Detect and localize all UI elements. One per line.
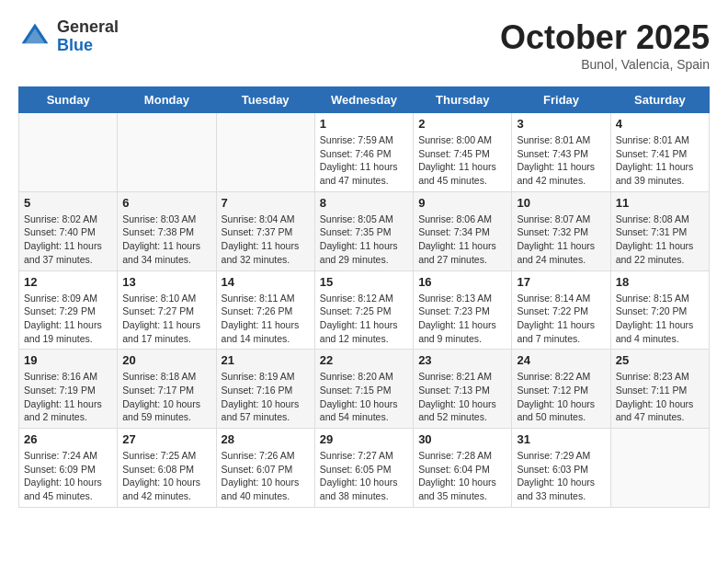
calendar-week-row: 1Sunrise: 7:59 AM Sunset: 7:46 PM Daylig… xyxy=(19,113,710,192)
day-info: Sunrise: 8:13 AM Sunset: 7:23 PM Dayligh… xyxy=(418,292,506,346)
calendar-day-cell: 21Sunrise: 8:19 AM Sunset: 7:16 PM Dayli… xyxy=(216,350,314,429)
calendar-day-cell: 5Sunrise: 8:02 AM Sunset: 7:40 PM Daylig… xyxy=(19,191,118,270)
calendar-day-cell: 7Sunrise: 8:04 AM Sunset: 7:37 PM Daylig… xyxy=(216,191,314,270)
calendar-day-cell: 26Sunrise: 7:24 AM Sunset: 6:09 PM Dayli… xyxy=(19,429,118,508)
day-number: 3 xyxy=(517,117,605,131)
day-number: 5 xyxy=(24,196,112,210)
calendar-day-cell: 29Sunrise: 7:27 AM Sunset: 6:05 PM Dayli… xyxy=(314,429,413,508)
day-info: Sunrise: 8:15 AM Sunset: 7:20 PM Dayligh… xyxy=(616,292,704,346)
day-number: 28 xyxy=(222,432,310,446)
day-number: 6 xyxy=(122,196,210,210)
calendar-day-cell: 19Sunrise: 8:16 AM Sunset: 7:19 PM Dayli… xyxy=(19,350,118,429)
weekday-header-thursday: Thursday xyxy=(414,87,512,113)
calendar-week-row: 5Sunrise: 8:02 AM Sunset: 7:40 PM Daylig… xyxy=(19,191,710,270)
calendar-week-row: 12Sunrise: 8:09 AM Sunset: 7:29 PM Dayli… xyxy=(19,270,710,350)
calendar-day-cell: 25Sunrise: 8:23 AM Sunset: 7:11 PM Dayli… xyxy=(610,350,709,429)
calendar-table: SundayMondayTuesdayWednesdayThursdayFrid… xyxy=(18,86,710,508)
day-number: 9 xyxy=(418,196,506,210)
day-info: Sunrise: 8:03 AM Sunset: 7:38 PM Dayligh… xyxy=(122,213,210,267)
day-info: Sunrise: 7:24 AM Sunset: 6:09 PM Dayligh… xyxy=(24,449,112,503)
day-info: Sunrise: 8:19 AM Sunset: 7:16 PM Dayligh… xyxy=(222,370,310,424)
calendar-day-cell xyxy=(19,113,118,192)
calendar-day-cell: 11Sunrise: 8:08 AM Sunset: 7:31 PM Dayli… xyxy=(610,191,709,270)
day-info: Sunrise: 7:28 AM Sunset: 6:04 PM Dayligh… xyxy=(418,449,506,503)
day-number: 31 xyxy=(517,432,605,446)
day-info: Sunrise: 8:10 AM Sunset: 7:27 PM Dayligh… xyxy=(122,292,210,346)
calendar-day-cell: 12Sunrise: 8:09 AM Sunset: 7:29 PM Dayli… xyxy=(19,270,118,350)
day-number: 13 xyxy=(122,275,210,289)
day-number: 22 xyxy=(320,353,408,367)
weekday-header-wednesday: Wednesday xyxy=(314,87,413,113)
logo-icon xyxy=(18,20,51,53)
day-number: 7 xyxy=(222,196,310,210)
logo: General Blue xyxy=(18,18,119,55)
day-number: 17 xyxy=(517,275,605,289)
day-number: 24 xyxy=(517,353,605,367)
weekday-header-tuesday: Tuesday xyxy=(216,87,314,113)
day-number: 2 xyxy=(418,117,506,131)
calendar-day-cell: 24Sunrise: 8:22 AM Sunset: 7:12 PM Dayli… xyxy=(512,350,610,429)
calendar-day-cell: 27Sunrise: 7:25 AM Sunset: 6:08 PM Dayli… xyxy=(118,429,216,508)
day-info: Sunrise: 8:07 AM Sunset: 7:32 PM Dayligh… xyxy=(517,213,605,267)
logo-general-text: General xyxy=(57,18,119,37)
calendar-day-cell: 30Sunrise: 7:28 AM Sunset: 6:04 PM Dayli… xyxy=(414,429,512,508)
day-number: 19 xyxy=(24,353,112,367)
day-info: Sunrise: 8:12 AM Sunset: 7:25 PM Dayligh… xyxy=(320,292,408,346)
calendar-day-cell: 23Sunrise: 8:21 AM Sunset: 7:13 PM Dayli… xyxy=(414,350,512,429)
day-number: 12 xyxy=(24,275,112,289)
page-header: General Blue October 2025 Bunol, Valenci… xyxy=(18,18,710,72)
day-info: Sunrise: 8:23 AM Sunset: 7:11 PM Dayligh… xyxy=(616,370,704,424)
day-info: Sunrise: 8:11 AM Sunset: 7:26 PM Dayligh… xyxy=(222,292,310,346)
day-info: Sunrise: 8:20 AM Sunset: 7:15 PM Dayligh… xyxy=(320,370,408,424)
calendar-day-cell: 10Sunrise: 8:07 AM Sunset: 7:32 PM Dayli… xyxy=(512,191,610,270)
calendar-day-cell: 22Sunrise: 8:20 AM Sunset: 7:15 PM Dayli… xyxy=(314,350,413,429)
day-number: 30 xyxy=(418,432,506,446)
calendar-day-cell: 2Sunrise: 8:00 AM Sunset: 7:45 PM Daylig… xyxy=(414,113,512,192)
logo-text: General Blue xyxy=(57,18,119,55)
weekday-header-row: SundayMondayTuesdayWednesdayThursdayFrid… xyxy=(19,87,710,113)
day-number: 29 xyxy=(320,432,408,446)
calendar-day-cell: 28Sunrise: 7:26 AM Sunset: 6:07 PM Dayli… xyxy=(216,429,314,508)
day-info: Sunrise: 8:06 AM Sunset: 7:34 PM Dayligh… xyxy=(418,213,506,267)
day-info: Sunrise: 8:16 AM Sunset: 7:19 PM Dayligh… xyxy=(24,370,112,424)
day-number: 18 xyxy=(616,275,704,289)
calendar-day-cell xyxy=(610,429,709,508)
day-number: 14 xyxy=(222,275,310,289)
weekday-header-saturday: Saturday xyxy=(610,87,709,113)
day-info: Sunrise: 8:05 AM Sunset: 7:35 PM Dayligh… xyxy=(320,213,408,267)
weekday-header-friday: Friday xyxy=(512,87,610,113)
calendar-day-cell: 20Sunrise: 8:18 AM Sunset: 7:17 PM Dayli… xyxy=(118,350,216,429)
day-info: Sunrise: 7:25 AM Sunset: 6:08 PM Dayligh… xyxy=(122,449,210,503)
day-info: Sunrise: 7:27 AM Sunset: 6:05 PM Dayligh… xyxy=(320,449,408,503)
calendar-day-cell: 17Sunrise: 8:14 AM Sunset: 7:22 PM Dayli… xyxy=(512,270,610,350)
weekday-header-sunday: Sunday xyxy=(19,87,118,113)
day-info: Sunrise: 8:09 AM Sunset: 7:29 PM Dayligh… xyxy=(24,292,112,346)
day-info: Sunrise: 7:26 AM Sunset: 6:07 PM Dayligh… xyxy=(222,449,310,503)
location-subtitle: Bunol, Valencia, Spain xyxy=(500,57,710,72)
day-number: 16 xyxy=(418,275,506,289)
calendar-day-cell: 16Sunrise: 8:13 AM Sunset: 7:23 PM Dayli… xyxy=(414,270,512,350)
calendar-day-cell xyxy=(216,113,314,192)
day-info: Sunrise: 8:14 AM Sunset: 7:22 PM Dayligh… xyxy=(517,292,605,346)
calendar-day-cell: 15Sunrise: 8:12 AM Sunset: 7:25 PM Dayli… xyxy=(314,270,413,350)
weekday-header-monday: Monday xyxy=(118,87,216,113)
day-info: Sunrise: 8:21 AM Sunset: 7:13 PM Dayligh… xyxy=(418,370,506,424)
calendar-week-row: 26Sunrise: 7:24 AM Sunset: 6:09 PM Dayli… xyxy=(19,429,710,508)
calendar-day-cell: 1Sunrise: 7:59 AM Sunset: 7:46 PM Daylig… xyxy=(314,113,413,192)
calendar-day-cell: 4Sunrise: 8:01 AM Sunset: 7:41 PM Daylig… xyxy=(610,113,709,192)
day-number: 25 xyxy=(616,353,704,367)
calendar-day-cell: 3Sunrise: 8:01 AM Sunset: 7:43 PM Daylig… xyxy=(512,113,610,192)
calendar-day-cell: 8Sunrise: 8:05 AM Sunset: 7:35 PM Daylig… xyxy=(314,191,413,270)
month-title: October 2025 xyxy=(500,18,710,57)
logo-blue-text: Blue xyxy=(57,37,119,55)
calendar-day-cell xyxy=(118,113,216,192)
day-info: Sunrise: 7:59 AM Sunset: 7:46 PM Dayligh… xyxy=(320,133,408,188)
day-number: 27 xyxy=(122,432,210,446)
day-number: 26 xyxy=(24,432,112,446)
day-number: 15 xyxy=(320,275,408,289)
day-info: Sunrise: 8:18 AM Sunset: 7:17 PM Dayligh… xyxy=(122,370,210,424)
day-info: Sunrise: 8:01 AM Sunset: 7:41 PM Dayligh… xyxy=(616,133,704,188)
day-number: 4 xyxy=(616,117,704,131)
day-number: 11 xyxy=(616,196,704,210)
day-number: 21 xyxy=(222,353,310,367)
